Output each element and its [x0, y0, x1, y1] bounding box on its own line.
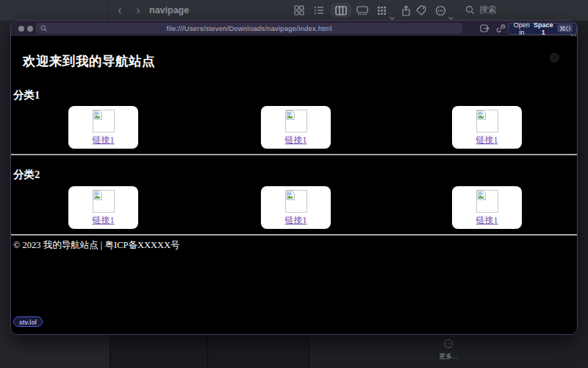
- nav-card: 链接1: [68, 186, 138, 229]
- broken-image-icon: [286, 191, 295, 200]
- nav-card: 链接1: [261, 186, 331, 229]
- browser-window: file:///Users/steven/Downloads/navipage/…: [10, 20, 578, 335]
- nav-link[interactable]: 链接1: [285, 134, 307, 146]
- nav-card: 链接1: [68, 106, 138, 149]
- tag-icon: [416, 5, 426, 15]
- list-view-button[interactable]: [311, 3, 327, 18]
- webpage-content: 欢迎来到我的导航站点 分类1 链接1: [11, 36, 577, 335]
- broken-image-placeholder: [285, 110, 307, 132]
- ellipsis-circle-icon: [443, 339, 453, 349]
- browser-header: file:///Users/steven/Downloads/navipage/…: [11, 21, 577, 36]
- list-view-icon: [314, 5, 324, 15]
- share-icon: [401, 5, 411, 16]
- broken-image-placeholder: [476, 190, 498, 213]
- space-name: Space 1: [533, 21, 553, 36]
- broken-image-icon: [93, 110, 102, 120]
- toolbar-sidebar-divider: [108, 0, 109, 21]
- address-bar[interactable]: file:///Users/steven/Downloads/navipage/…: [36, 23, 462, 34]
- forward-button[interactable]: ›: [132, 3, 144, 18]
- nav-card: 链接1: [452, 186, 522, 229]
- group-icon: [377, 6, 387, 15]
- gallery-view-button[interactable]: [354, 3, 370, 18]
- finder-more-label: 更多...: [423, 352, 474, 361]
- finder-window-title: navipage: [149, 5, 189, 15]
- broken-image-placeholder: [93, 190, 115, 213]
- finder-toolbar: ‹ › navipage: [0, 0, 588, 21]
- page-footer: © 2023 我的导航站点 | 粤ICP备XXXXX号: [13, 239, 180, 252]
- back-button[interactable]: ‹: [114, 3, 126, 18]
- broken-image-placeholder: [285, 190, 307, 213]
- keyboard-shortcut-badge: ⌘O: [557, 24, 573, 32]
- nav-link[interactable]: 链接1: [93, 214, 115, 227]
- grid-view-icon: [294, 5, 304, 15]
- chevron-down-icon: [449, 9, 454, 14]
- card-row: 链接1 链接1: [11, 106, 577, 149]
- copy-link-button[interactable]: [495, 23, 506, 34]
- more-actions-button[interactable]: [432, 3, 448, 18]
- ellipsis-circle-icon: [435, 5, 446, 16]
- broken-image-placeholder: [93, 110, 115, 132]
- broken-image-icon: [477, 191, 486, 200]
- broken-image-placeholder: [476, 110, 498, 132]
- horizontal-rule: [11, 234, 577, 236]
- scroll-widget-dot: [550, 53, 559, 63]
- search-icon: [465, 5, 475, 15]
- open-in-space-button[interactable]: Open in Space 1 ⌘O: [508, 23, 577, 35]
- divider: [568, 24, 569, 32]
- tag-button[interactable]: [413, 3, 429, 18]
- finder-show-more[interactable]: 更多...: [423, 339, 474, 361]
- gallery-view-icon: [356, 6, 368, 15]
- column-view-button[interactable]: [331, 3, 351, 18]
- nav-card: 链接1: [452, 106, 522, 149]
- nav-card: 链接1: [261, 106, 331, 149]
- broken-image-icon: [477, 110, 486, 120]
- horizontal-rule: [11, 154, 577, 155]
- broken-image-icon: [93, 191, 102, 200]
- open-in-label: Open in: [512, 21, 531, 36]
- close-window-button[interactable]: [18, 26, 24, 32]
- desktop: 更多... ‹ › navipage: [0, 0, 588, 368]
- chevron-down-icon: [390, 9, 395, 14]
- url-text: file:///Users/steven/Downloads/navipage/…: [167, 24, 332, 32]
- card-row: 链接1 链接1: [11, 186, 577, 229]
- open-in-window-button[interactable]: [478, 23, 490, 34]
- group-by-button[interactable]: [373, 3, 390, 18]
- column-view-icon: [335, 6, 347, 15]
- page-title: 欢迎来到我的导航站点: [23, 52, 155, 70]
- nav-link[interactable]: 链接1: [476, 214, 498, 227]
- finder-search-field[interactable]: 搜索: [465, 4, 497, 16]
- nav-link[interactable]: 链接1: [93, 134, 115, 146]
- domain-badge[interactable]: stv.lol: [13, 316, 43, 327]
- nav-link[interactable]: 链接1: [476, 134, 498, 146]
- minimize-window-button[interactable]: [27, 26, 33, 32]
- nav-link[interactable]: 链接1: [285, 214, 307, 227]
- section-title-2: 分类2: [13, 168, 40, 182]
- icon-view-button[interactable]: [291, 3, 307, 18]
- section-title-1: 分类1: [13, 88, 40, 102]
- broken-image-icon: [286, 110, 295, 120]
- search-icon: [40, 25, 47, 32]
- share-button[interactable]: [398, 3, 414, 18]
- link-icon: [496, 24, 506, 33]
- window-arrow-icon: [480, 24, 490, 32]
- search-placeholder: 搜索: [479, 4, 497, 16]
